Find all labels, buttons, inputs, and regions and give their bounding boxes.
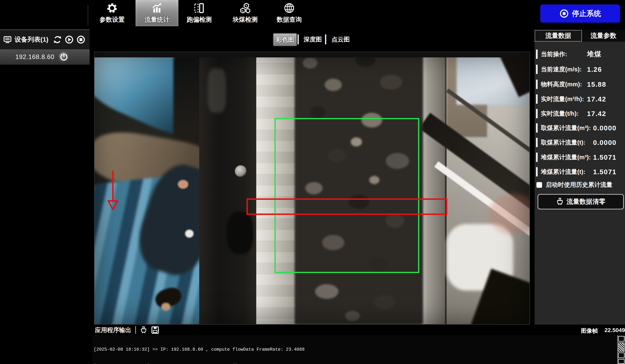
stat-row-take-total-m3: 取煤累计流量(m³): 0.0000 (536, 123, 624, 133)
direction-arrow (108, 170, 118, 209)
application-output-log: [2025-02-08 18:16:32] >> IP: 192.168.8.6… (92, 335, 625, 364)
app-window: 参数设置 流量统计 跑偏检测 (0, 0, 625, 364)
stat-row-realtime-flow-t: 实时流量(t/h): 17.42 (536, 109, 624, 118)
stat-row-material-height: 物料高度(mm): 15.88 (536, 80, 624, 89)
stat-value: 堆煤 (587, 50, 601, 59)
globe-icon (283, 2, 295, 14)
clear-log-button[interactable] (140, 326, 147, 334)
scrollbar-down-button[interactable] (618, 353, 625, 358)
stat-value: 17.42 (587, 110, 606, 118)
app-output-label: 应用程序输出 (95, 326, 131, 334)
scrollbar-thumb[interactable] (618, 342, 625, 352)
tab-label: 点云图 (332, 35, 350, 44)
toolbar-item-label: 流量统计 (144, 15, 169, 24)
stat-row-current-speed: 当前速度(m/s): 1.26 (536, 65, 624, 74)
start-device-button[interactable] (65, 35, 73, 44)
stat-label: 当前速度(m/s): (541, 65, 582, 74)
stat-value: 1.5071 (593, 153, 617, 161)
history-flow-checkbox-label: 启动时使用历史累计流量 (546, 181, 612, 189)
toolbar-item-label: 参数设置 (99, 15, 125, 24)
refresh-devices-button[interactable] (53, 35, 62, 44)
stat-marker (536, 94, 538, 104)
tab-label: 彩色图 (276, 36, 294, 44)
stat-marker (536, 50, 538, 59)
history-flow-checkbox[interactable] (536, 182, 542, 188)
stat-label: 取煤累计流量(m³): (541, 124, 591, 132)
detection-roi-green (275, 119, 419, 273)
stat-marker (536, 123, 538, 133)
stop-circle-icon (560, 9, 569, 18)
toolbar-item-deviation-detect[interactable]: 跑偏检测 (178, 0, 221, 26)
status-bar: 应用程序输出 (92, 325, 625, 335)
toolbar-item-label: 块煤检测 (233, 15, 258, 24)
toolbar-item-param-settings[interactable]: 参数设置 (91, 0, 133, 26)
status-separator (135, 326, 136, 334)
stat-marker (536, 138, 538, 147)
toolbar-item-label: 跑偏检测 (187, 15, 212, 24)
log-line: [2025-02-08 18:16:32] >> IP: 192.168.8.6… (94, 347, 625, 352)
coal-lumps-icon (240, 2, 251, 14)
history-flow-checkbox-row: 启动时使用历史累计流量 (536, 181, 612, 189)
stat-marker (536, 65, 538, 74)
bar-chart-icon (151, 2, 163, 14)
flow-panel (534, 30, 625, 325)
scrollbar-up-button[interactable] (618, 336, 625, 341)
toolbar-item-coal-block-detect[interactable]: 块煤检测 (224, 0, 267, 26)
brush-icon (556, 198, 564, 206)
tab-flow-params[interactable]: 流量参数 (582, 30, 625, 42)
stat-marker (536, 167, 538, 176)
stat-marker (536, 109, 538, 118)
gear-icon (106, 2, 118, 14)
flow-measure-line-red (247, 199, 447, 214)
tab-separator (325, 34, 326, 44)
stat-label: 实时流量(m³/h): (541, 95, 584, 103)
toolbar-item-label: 数据查询 (277, 15, 302, 24)
stat-row-pile-total-t: 堆煤累计流量(t): 1.5071 (536, 167, 624, 176)
toolbar-item-flow-stats[interactable]: 流量统计 (135, 0, 178, 26)
stat-value: 15.88 (587, 81, 606, 88)
detection-overlays (94, 52, 530, 324)
stop-device-button[interactable] (77, 35, 85, 44)
stop-system-label: 停止系统 (572, 9, 601, 19)
tab-flow-data[interactable]: 流量数据 (534, 30, 582, 42)
stat-label: 堆煤累计流量(m³): (541, 153, 591, 162)
device-row[interactable]: 192.168.8.60 (0, 49, 90, 65)
stat-marker (536, 153, 538, 162)
clear-flow-data-label: 流量数据清零 (566, 197, 605, 206)
tab-point-cloud[interactable]: 点云图 (331, 33, 350, 45)
log-line: [2025-02-08 18:16:39] >> IP: 192.168.8.6… (94, 363, 625, 364)
toolbar-divider (88, 5, 88, 26)
tab-depth-image[interactable]: 深度图 (303, 33, 322, 45)
tab-label: 流量参数 (591, 31, 617, 40)
save-log-button[interactable] (151, 326, 159, 334)
stat-row-pile-total-m3: 堆煤累计流量(m³): 1.5071 (536, 153, 624, 162)
tab-label: 深度图 (304, 35, 322, 44)
device-list-header: 设备列表(1) (0, 29, 90, 49)
stat-row-realtime-flow-m3: 实时流量(m³/h): 17.42 (536, 94, 624, 104)
stop-system-button[interactable]: 停止系统 (540, 4, 620, 23)
tab-color-image[interactable]: 彩色图 (274, 33, 297, 46)
stat-label: 堆煤累计流量(t): (541, 168, 585, 176)
stat-label: 物料高度(mm): (541, 80, 582, 88)
stat-label: 当前操作: (541, 50, 567, 58)
device-list-title: 设备列表(1) (15, 35, 48, 44)
tab-label: 流量数据 (545, 31, 571, 40)
clear-flow-data-button[interactable]: 流量数据清零 (538, 194, 624, 209)
power-button[interactable] (59, 52, 69, 62)
stat-marker (536, 80, 538, 89)
stat-value: 17.42 (587, 95, 606, 103)
belt-deviation-icon (193, 2, 205, 14)
toolbar-item-data-query[interactable]: 数据查询 (268, 0, 311, 26)
stat-row-current-operation: 当前操作: 堆煤 (536, 50, 624, 59)
camera-view (94, 52, 530, 325)
stat-value: 1.26 (587, 65, 602, 73)
stat-label: 实时流量(t/h): (541, 110, 579, 118)
stat-label: 取煤累计流量(t): (541, 139, 585, 147)
power-icon (60, 53, 68, 61)
stat-row-take-total-t: 取煤累计流量(t): 0.0000 (536, 138, 624, 147)
scrollbar-corner-button[interactable] (618, 359, 625, 364)
stat-value: 0.0000 (593, 124, 617, 132)
device-list-icon (3, 35, 12, 44)
stat-value: 0.0000 (593, 139, 617, 146)
tab-separator (298, 34, 299, 44)
